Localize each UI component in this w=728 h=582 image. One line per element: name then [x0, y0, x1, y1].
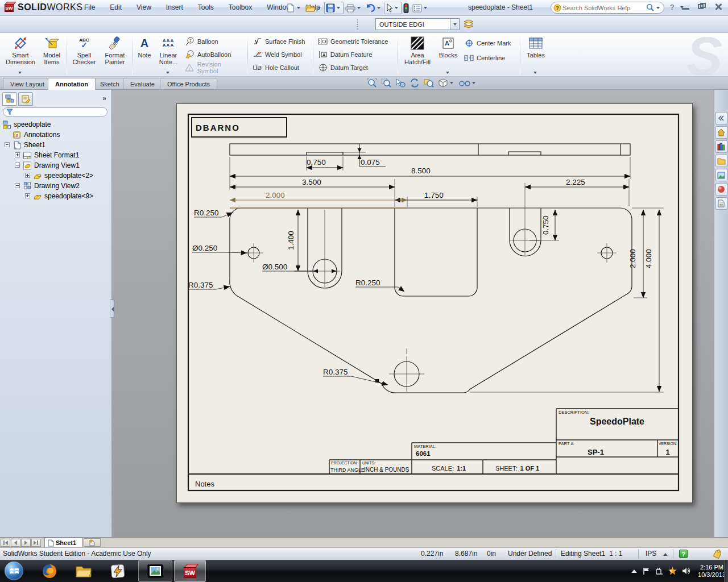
- geometric-tolerance-button[interactable]: Geometric Tolerance: [316, 36, 395, 47]
- quick-tips-button[interactable]: ?: [679, 550, 688, 558]
- add-sheet-tab[interactable]: [84, 538, 101, 547]
- expand-expander[interactable]: [25, 193, 30, 198]
- collapse-expander[interactable]: [15, 163, 20, 168]
- tree-item-annotations[interactable]: A Annotations: [0, 130, 111, 140]
- feature-manager-tab[interactable]: [2, 92, 17, 106]
- collapse-expander[interactable]: [15, 183, 20, 188]
- taskbar-photo-viewer-button[interactable]: [138, 560, 172, 582]
- panel-splitter-handle[interactable]: [110, 300, 115, 318]
- blocks-dropdown[interactable]: [446, 72, 449, 74]
- prev-sheet-button[interactable]: [11, 539, 20, 547]
- area-hatch-fill-button[interactable]: Area Hatch/Fill: [400, 34, 435, 75]
- property-manager-tab[interactable]: [18, 92, 33, 106]
- toolbar-drag-handle[interactable]: [357, 19, 358, 30]
- restore-button[interactable]: [697, 3, 707, 10]
- tree-item-sheet1[interactable]: Sheet1: [0, 140, 111, 150]
- tree-item-drawing-view1[interactable]: Drawing View1: [0, 160, 111, 171]
- weld-symbol-button[interactable]: Weld Symbol: [251, 49, 310, 60]
- minimize-button[interactable]: [681, 3, 690, 10]
- search-scope-dropdown[interactable]: [656, 7, 660, 9]
- sheet1-tab[interactable]: Sheet1: [44, 538, 82, 547]
- save-button[interactable]: [324, 2, 344, 14]
- note-button[interactable]: A Note: [134, 34, 155, 75]
- linear-note-button[interactable]: AAAAAA Linear Note...: [155, 34, 182, 75]
- tray-expand-icon[interactable]: [631, 569, 637, 573]
- linear-note-dropdown[interactable]: [166, 72, 169, 74]
- close-button[interactable]: [714, 3, 723, 10]
- view-orientation-button[interactable]: [438, 78, 455, 88]
- volume-icon[interactable]: [682, 567, 690, 575]
- tables-dropdown[interactable]: [533, 72, 537, 74]
- taskbar-winamp-button[interactable]: [105, 560, 131, 582]
- graphics-area[interactable]: 0.750 0.075 8.500 3.500 2.225 2.000 1.75…: [112, 90, 714, 537]
- menu-file[interactable]: File: [77, 0, 102, 15]
- units-selector[interactable]: IPS: [646, 550, 656, 558]
- start-button[interactable]: [5, 562, 23, 580]
- center-mark-button[interactable]: Center Mark: [462, 38, 517, 49]
- smart-dimension-button[interactable]: Smart Dimension: [2, 34, 39, 75]
- tables-button[interactable]: Tables: [522, 34, 549, 75]
- last-sheet-button[interactable]: [31, 539, 41, 547]
- spell-checker-button[interactable]: ABC✓ Spell Checker: [69, 34, 100, 75]
- tab-evaluate[interactable]: Evaluate: [123, 78, 162, 89]
- drawing-sheet[interactable]: 0.750 0.075 8.500 3.500 2.225 2.000 1.75…: [176, 103, 693, 503]
- tab-view-layout[interactable]: View Layout: [3, 78, 52, 89]
- expand-expander[interactable]: [15, 152, 20, 157]
- remove-hardware-icon[interactable]: [655, 567, 663, 575]
- custom-properties-button[interactable]: [715, 197, 727, 210]
- menu-toolbox[interactable]: Toolbox: [221, 0, 259, 15]
- revision-symbol-button[interactable]: 1 Revision Symbol: [183, 62, 245, 73]
- solidworks-resources-button[interactable]: [715, 126, 727, 139]
- menu-insert[interactable]: Insert: [159, 0, 191, 15]
- collapse-expander[interactable]: [5, 142, 10, 147]
- update-star-icon[interactable]: [668, 567, 677, 575]
- layer-properties-icon[interactable]: [463, 19, 474, 29]
- open-file-button[interactable]: [304, 2, 324, 14]
- taskbar-clock[interactable]: 2:16 PM 10/3/2013: [698, 564, 726, 579]
- zoom-to-selection-icon[interactable]: [395, 78, 406, 88]
- select-tool-button[interactable]: [384, 2, 402, 14]
- show-desktop-button[interactable]: [724, 560, 728, 582]
- layer-style-dropdown[interactable]: OUTSIDE EDGI: [375, 18, 460, 30]
- options-button[interactable]: [411, 2, 431, 14]
- first-sheet-button[interactable]: [1, 539, 10, 547]
- tab-sketch[interactable]: Sketch: [93, 78, 127, 89]
- autoballoon-button[interactable]: AutoBalloon: [183, 49, 245, 60]
- previous-view-icon[interactable]: [424, 78, 434, 88]
- taskbar-solidworks-button[interactable]: SW: [174, 560, 206, 582]
- datum-target-button[interactable]: Datum Target: [316, 62, 395, 73]
- undo-button[interactable]: [364, 2, 384, 14]
- appearances-button[interactable]: [715, 183, 727, 196]
- help-search-box[interactable]: ?: [551, 2, 664, 14]
- tree-filter-box[interactable]: [3, 107, 107, 117]
- new-file-button[interactable]: [284, 2, 304, 14]
- panel-expand-chevron[interactable]: »: [102, 94, 106, 102]
- tag-icon[interactable]: [712, 550, 722, 559]
- tree-item-speedoplate2[interactable]: speedoplate<2>: [0, 171, 111, 181]
- rotate-view-icon[interactable]: [410, 78, 420, 88]
- action-center-flag-icon[interactable]: [642, 567, 650, 575]
- view-palette-button[interactable]: [715, 169, 727, 181]
- design-library-button[interactable]: [715, 140, 727, 153]
- search-icon[interactable]: [646, 3, 655, 12]
- tab-office-products[interactable]: Office Products: [160, 78, 217, 89]
- blocks-button[interactable]: A Blocks: [435, 34, 461, 75]
- next-sheet-button[interactable]: [21, 539, 31, 547]
- units-dropdown-arrow[interactable]: [663, 553, 668, 556]
- smart-dimension-dropdown[interactable]: [18, 72, 22, 74]
- tree-item-sheet-format[interactable]: Sheet Format1: [0, 150, 111, 160]
- balloon-button[interactable]: 1 Balloon: [183, 36, 245, 47]
- surface-finish-button[interactable]: Surface Finish: [251, 36, 310, 47]
- format-painter-button[interactable]: Format Painter: [100, 34, 130, 75]
- tree-item-drawing-view2[interactable]: Drawing View2: [0, 181, 111, 191]
- expand-expander[interactable]: [25, 173, 30, 178]
- search-input[interactable]: [561, 4, 646, 12]
- menu-tools[interactable]: Tools: [191, 0, 221, 15]
- help-button[interactable]: ?: [670, 3, 674, 11]
- file-explorer-button[interactable]: [715, 155, 727, 167]
- taskbar-firefox-button[interactable]: [36, 560, 63, 582]
- hole-callout-button[interactable]: Ø Hole Callout: [251, 62, 310, 73]
- task-pane-expand-button[interactable]: [715, 112, 727, 124]
- hide-show-items-button[interactable]: [459, 79, 477, 87]
- menu-edit[interactable]: Edit: [102, 0, 129, 15]
